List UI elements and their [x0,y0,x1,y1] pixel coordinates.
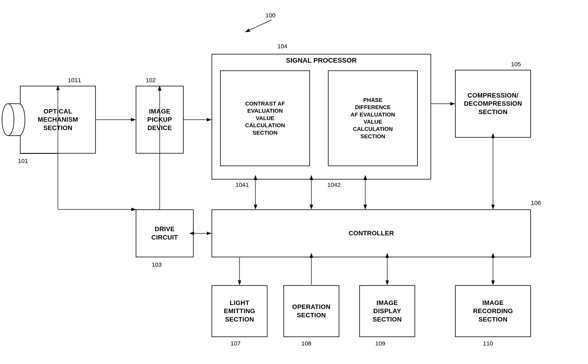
optical-mechanism-label: OPTICAL MECHANISM SECTION [38,107,78,132]
image-display-block: IMAGE DISPLAY SECTION [359,285,415,337]
svg-point-27 [2,104,14,136]
contrast-af-label: CONTRAST AF EVALUATION VALUE CALCULATION… [245,100,285,136]
controller-label: CONTROLLER [349,229,394,238]
operation-block: OPERATION SECTION [284,285,339,337]
operation-label: OPERATION SECTION [292,303,330,319]
optical-mechanism-block: OPTICAL MECHANISM SECTION [20,86,96,154]
ref106-label: 106 [531,199,541,206]
ref103-label: 103 [152,261,162,268]
ref109-label: 109 [375,340,385,347]
ref108-label: 108 [301,340,311,347]
phase-difference-block: PHASE DIFFERENCE AF EVALUATION VALUE CAL… [328,70,418,166]
contrast-af-block: CONTRAST AF EVALUATION VALUE CALCULATION… [220,70,310,166]
drive-circuit-label: DRIVE CIRCUIT [151,225,178,241]
ref105-label: 105 [511,61,521,68]
compression-label: COMPRESSION/ DECOMPRESSION SECTION [464,91,522,116]
ref100-label: 100 [265,12,275,19]
controller-block: CONTROLLER [211,209,531,257]
image-recording-label: IMAGE RECORDING SECTION [473,299,513,324]
svg-line-3 [245,20,271,32]
light-emitting-label: LIGHT EMITTING SECTION [224,299,255,324]
compression-block: COMPRESSION/ DECOMPRESSION SECTION [455,70,531,138]
light-emitting-block: LIGHT EMITTING SECTION [211,285,267,337]
image-pickup-block: IMAGE PICKUP DEVICE [136,86,184,154]
ref110-label: 110 [483,340,493,347]
ref1041-label: 1041 [236,182,249,188]
ref102-label: 102 [146,77,156,84]
ref1042-label: 1042 [327,182,341,188]
ref104-label: 104 [277,43,287,50]
drive-circuit-block: DRIVE CIRCUIT [136,209,194,257]
svg-rect-24 [8,104,19,136]
signal-processor-outer: SIGNAL PROCESSOR CONTRAST AF EVALUATION … [211,54,431,180]
ref101-label: 101 [18,158,28,164]
phase-difference-label: PHASE DIFFERENCE AF EVALUATION VALUE CAL… [351,97,395,140]
image-recording-block: IMAGE RECORDING SECTION [455,285,531,337]
diagram-container: 100 OPTICAL MECHANISM SECTION 1011 101 I… [0,0,588,364]
ref107-label: 107 [231,340,240,347]
image-display-label: IMAGE DISPLAY SECTION [373,299,402,324]
signal-processor-title: SIGNAL PROCESSOR [212,56,430,64]
image-pickup-label: IMAGE PICKUP DEVICE [147,107,172,132]
ref1011-label: 1011 [68,77,81,84]
